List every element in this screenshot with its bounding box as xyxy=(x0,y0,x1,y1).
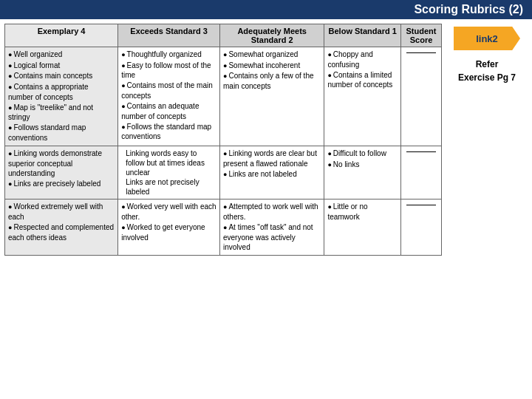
table-row: Well organized Logical format Contains m… xyxy=(5,47,442,146)
cooperation-below: Little or no teamwork xyxy=(324,200,401,255)
table-row: Worked extremely well with each Respecte… xyxy=(5,200,442,255)
content-score xyxy=(401,146,442,200)
cooperation-exemplary: Worked extremely well with each Respecte… xyxy=(5,200,118,255)
content-exemplary: Linking words demonstrate superior conce… xyxy=(5,146,118,200)
col-header-score: Student Score xyxy=(401,24,442,47)
organization-exemplary: Well organized Logical format Contains m… xyxy=(5,47,118,146)
cooperation-score xyxy=(401,200,442,255)
table-row: Linking words demonstrate superior conce… xyxy=(5,146,442,200)
organization-exceeds: Thoughtfully organized Easy to follow mo… xyxy=(118,47,220,146)
organization-below: Choppy and confusing Contains a limited … xyxy=(324,47,401,146)
col-header-exceeds: Exceeds Standard 3 xyxy=(118,24,220,47)
content-below: Difficult to follow No links xyxy=(324,146,401,200)
cooperation-exceeds: Worked very well with each other. Worked… xyxy=(118,200,220,255)
side-panel: link2 ReferExercise Pg 7 xyxy=(446,24,528,256)
link2-button[interactable]: link2 xyxy=(454,27,520,50)
organization-score xyxy=(401,47,442,146)
rubric-table-area: Exemplary 4 Exceeds Standard 3 Adequatel… xyxy=(4,24,442,256)
col-header-below: Below Standard 1 xyxy=(324,24,401,47)
rubric-table: Exemplary 4 Exceeds Standard 3 Adequatel… xyxy=(4,24,442,256)
col-header-adequately: Adequately Meets Standard 2 xyxy=(220,24,324,47)
refer-text: ReferExercise Pg 7 xyxy=(458,58,516,84)
header-bar: Scoring Rubrics (2) xyxy=(0,0,532,19)
cooperation-adequately: Attempted to work well with others. At t… xyxy=(220,200,324,255)
page-title: Scoring Rubrics (2) xyxy=(414,3,523,16)
content-adequately: Linking words are clear but present a fl… xyxy=(220,146,324,200)
organization-adequately: Somewhat organized Somewhat incoherent C… xyxy=(220,47,324,146)
col-header-exemplary: Exemplary 4 xyxy=(5,24,118,47)
content-exceeds: Linking words easy to follow but at time… xyxy=(118,146,220,200)
